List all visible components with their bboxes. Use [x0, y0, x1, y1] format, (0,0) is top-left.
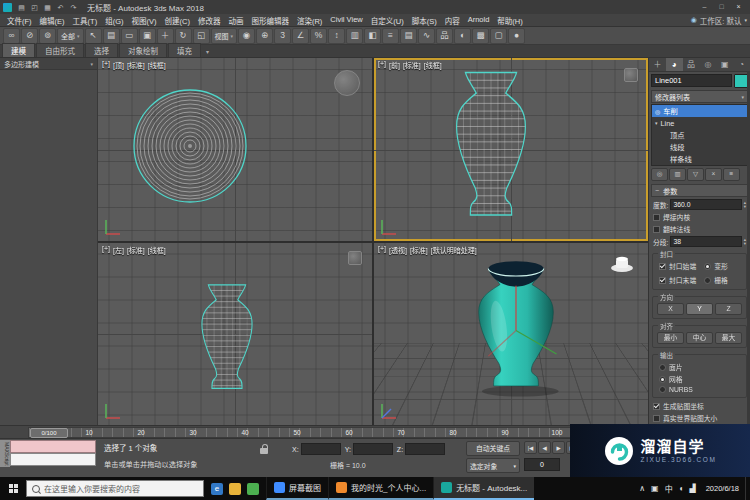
ribbon-tab[interactable]: 建模 — [2, 43, 35, 57]
checkbox-生成贴图坐标[interactable]: 生成贴图坐标 — [653, 401, 746, 411]
vase-object-perspective[interactable] — [452, 255, 580, 407]
viewport-label[interactable]: [线框] — [148, 60, 166, 70]
hierarchy-tab[interactable]: 品 — [683, 58, 700, 71]
task-my-time[interactable]: 我的时光_个人中心... — [328, 477, 433, 500]
direction-x-button[interactable]: X — [657, 303, 684, 315]
modifier-stack-item[interactable]: 线段 — [652, 141, 747, 153]
viewcube[interactable] — [610, 255, 634, 273]
rollout-parameters-header[interactable]: − 参数 — [651, 184, 748, 197]
viewport-label[interactable]: [线框] — [148, 245, 166, 255]
modifier-stack-item[interactable]: 顶点 — [652, 129, 747, 141]
menu-item[interactable]: 自定义(U) — [367, 15, 408, 26]
object-name-field[interactable]: Line001 — [651, 74, 732, 87]
selection-lock-icon[interactable] — [260, 448, 268, 454]
polygon-modeling-panel-header[interactable]: 多边形建模 ▾ — [0, 58, 97, 70]
menu-item[interactable]: 修改器 — [194, 15, 225, 26]
show-desktop-button[interactable] — [745, 477, 750, 500]
open-file-icon[interactable]: ◰ — [29, 2, 40, 13]
viewport-label[interactable]: [透视] — [389, 245, 407, 255]
taskbar-clock[interactable]: 2020/6/18 — [700, 484, 745, 493]
viewport-label[interactable]: [+] — [102, 60, 110, 70]
viewport-perspective[interactable]: [+][透视][标准][默认明暗处理] — [374, 243, 648, 425]
menu-item[interactable]: 帮助(H) — [493, 15, 526, 26]
ribbon-collapse-icon[interactable]: ▾ — [206, 48, 209, 57]
go-to-start-button[interactable]: |◀ — [524, 441, 537, 454]
align-icon[interactable]: ≡ — [382, 28, 399, 44]
expand-icon[interactable]: ▾ — [655, 120, 658, 126]
viewcube[interactable] — [348, 251, 362, 265]
rendered-frame-icon[interactable]: ▢ — [490, 28, 507, 44]
unlink-selection-icon[interactable]: ⊘ — [21, 28, 38, 44]
select-and-scale-icon[interactable]: ◱ — [193, 28, 210, 44]
coordinate-y-field[interactable] — [353, 443, 393, 455]
bind-to-space-warp-icon[interactable]: ⊚ — [39, 28, 56, 44]
make-unique-icon[interactable]: ▽ — [687, 168, 704, 181]
vase-object-left-view[interactable] — [184, 283, 270, 395]
menu-item[interactable]: 组(G) — [101, 15, 127, 26]
viewport-label[interactable]: [标准] — [403, 60, 421, 70]
viewport-label[interactable]: [顶] — [113, 60, 124, 70]
tray-security-icon[interactable]: ▣ — [651, 484, 659, 493]
viewport-label[interactable]: [标准] — [127, 245, 145, 255]
auto-key-button[interactable]: 自动关键点 — [466, 441, 520, 456]
viewport-label[interactable]: [标准] — [410, 245, 428, 255]
select-and-move-icon[interactable]: ＋ — [157, 28, 174, 44]
display-tab[interactable]: ▣ — [716, 58, 733, 71]
menu-item[interactable]: 视图(V) — [128, 15, 161, 26]
configure-modifier-sets-icon[interactable]: ≡ — [723, 168, 740, 181]
minimize-button[interactable]: – — [696, 1, 713, 13]
vase-object-front-view[interactable] — [432, 70, 550, 224]
remove-modifier-icon[interactable]: × — [705, 168, 722, 181]
viewport-splitter[interactable] — [98, 241, 648, 243]
hidden-icons-chevron[interactable]: ∧ — [639, 484, 645, 493]
play-button[interactable]: ▶ — [552, 441, 565, 454]
menu-item[interactable]: Arnold — [464, 15, 494, 26]
coordinate-x-field[interactable] — [301, 443, 341, 455]
modifier-stack-item[interactable]: ▾Line — [652, 117, 747, 129]
object-color-swatch[interactable] — [734, 74, 748, 88]
direction-z-button[interactable]: Z — [715, 303, 742, 315]
maximize-button[interactable]: □ — [713, 1, 730, 13]
direction-y-button[interactable]: Y — [686, 303, 713, 315]
show-end-result-icon[interactable]: ▥ — [669, 168, 686, 181]
pin-stack-icon[interactable]: ◎ — [651, 168, 668, 181]
spinner-icon[interactable]: ▴▾ — [744, 238, 746, 245]
previous-frame-button[interactable]: ◀ — [538, 441, 551, 454]
viewcube[interactable] — [624, 68, 638, 82]
select-and-rotate-icon[interactable]: ↻ — [175, 28, 192, 44]
select-and-link-icon[interactable]: ∞ — [3, 28, 20, 44]
percent-snap-icon[interactable]: % — [310, 28, 327, 44]
redo-icon[interactable]: ↷ — [68, 2, 79, 13]
align-button[interactable]: 中心 — [686, 332, 713, 344]
viewport-label[interactable]: [线框] — [424, 60, 442, 70]
menu-item[interactable]: 创建(C) — [161, 15, 194, 26]
selection-filter-dropdown[interactable]: 全部▾ — [57, 28, 84, 44]
ribbon-tab[interactable]: 填充 — [168, 43, 201, 57]
schematic-view-icon[interactable]: 品 — [436, 28, 453, 44]
menu-item[interactable]: 内容 — [441, 15, 464, 26]
angle-snap-icon[interactable]: ∠ — [292, 28, 309, 44]
edit-named-selection-icon[interactable]: ▥ — [346, 28, 363, 44]
macro-recorder-line[interactable] — [10, 440, 96, 453]
network-icon[interactable]: ▟ — [689, 484, 695, 493]
viewport-front[interactable]: [+][前][标准][线框] — [374, 58, 648, 241]
current-frame-field[interactable]: 0 — [524, 458, 560, 471]
mirror-icon[interactable]: ◧ — [364, 28, 381, 44]
modifier-list-dropdown[interactable]: 修改器列表 ▾ — [651, 90, 748, 103]
maxscript-listener-line[interactable] — [10, 453, 96, 466]
align-button[interactable]: 最小 — [657, 332, 684, 344]
render-setup-icon[interactable]: ▩ — [472, 28, 489, 44]
option-栅格[interactable]: 栅格 — [704, 275, 740, 285]
menu-item[interactable]: 动画 — [224, 15, 247, 26]
output-面片[interactable]: 面片 — [659, 362, 740, 372]
degrees-field[interactable]: 360.0 — [670, 199, 741, 210]
select-object-icon[interactable]: ↖ — [85, 28, 102, 44]
checkbox-焊接内核[interactable]: 焊接内核 — [653, 212, 746, 222]
option-封口始端[interactable]: 封口始端 — [659, 261, 696, 271]
menu-item[interactable]: 渲染(R) — [293, 15, 326, 26]
task-3dsmax[interactable]: 无标题 - Autodesk... — [433, 477, 534, 500]
task-screenshot[interactable]: 屏幕截图 — [266, 477, 328, 500]
option-封口末端[interactable]: 封口末端 — [659, 275, 696, 285]
key-filter-dropdown[interactable]: 选定对象 ▾ — [466, 458, 520, 473]
utilities-tab[interactable]: ◔ — [733, 58, 750, 71]
